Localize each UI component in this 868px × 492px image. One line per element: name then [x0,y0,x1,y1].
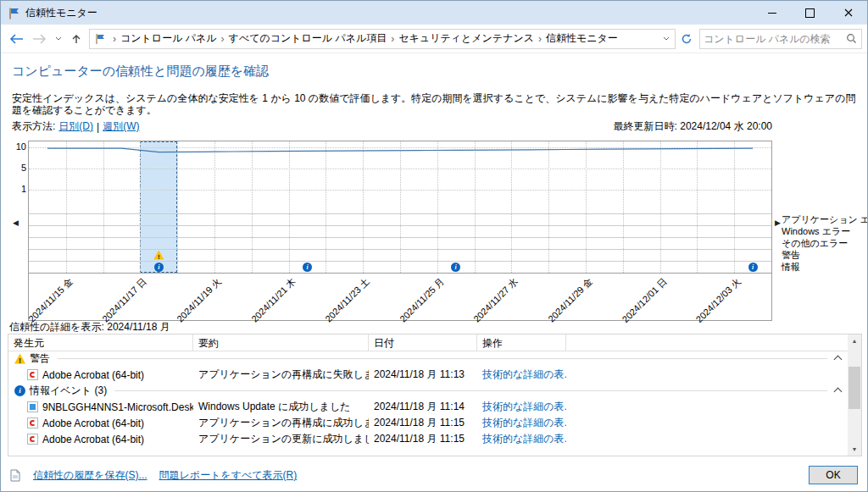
breadcrumb-item[interactable]: セキュリティとメンテナンス [398,31,534,46]
technical-details-link[interactable]: 技術的な詳細の表... [482,433,566,445]
warning-icon: ! [14,354,25,364]
event-group-row[interactable]: i情報イベント (3) [8,383,848,399]
breadcrumb-chevron-icon[interactable]: › [391,33,394,45]
reliability-monitor-window: 信頼性モニター ›コントロール パネル›すべてのコントロール パネル項目›セキュ… [0,0,868,492]
event-source: 9NBLGGH4NNS1-Microsoft.Deskt... [42,401,193,413]
y-tick: 10 [8,141,26,152]
technical-details-link[interactable]: 技術的な詳細の表... [482,417,566,428]
date-label: 2024/11/27 水 [466,275,520,329]
breadcrumb-chevron-icon[interactable]: › [538,33,542,45]
scrollbar-up-arrow[interactable]: ▲ [848,334,861,347]
recent-pages-dropdown[interactable] [53,28,64,50]
app-icon [27,417,38,428]
breadcrumb: ›コントロール パネル›すべてのコントロール パネル項目›セキュリティとメンテナ… [108,31,659,46]
address-flag-icon [95,33,105,45]
legend-label: アプリケーション エラー [782,213,868,225]
save-history-link[interactable]: 信頼性の履歴を保存(S)... [33,468,147,483]
back-arrow-icon [8,33,25,45]
grid-line [29,225,771,226]
refresh-button[interactable] [677,29,696,49]
group-divider [58,358,827,359]
vertical-scrollbar[interactable]: ▲ ▼ [848,334,861,456]
breadcrumb-item[interactable]: コントロール パネル [120,31,217,46]
event-date: 2024/11/18 月 11:15 [369,432,477,446]
details-table: 発生元要約日付操作 !警告Adobe Acrobat (64-bit)アプリケー… [8,334,862,456]
view-weekly-link[interactable]: 週別(W) [103,119,139,134]
close-button[interactable] [829,1,867,25]
search-icon[interactable] [846,33,857,44]
scroll-right-arrow[interactable]: ▶ [775,218,781,227]
details-table-header: 発生元要約日付操作 [8,334,848,351]
up-button[interactable] [65,28,87,50]
chevron-down-icon [663,36,670,41]
scroll-left-arrow[interactable]: ◀ [13,218,19,227]
forward-button[interactable] [29,28,51,50]
y-tick: 1 [8,184,26,194]
ok-button[interactable]: OK [809,466,858,484]
scrollbar-thumb[interactable] [849,367,860,409]
event-row[interactable]: Adobe Acrobat (64-bit)アプリケーションの再構成に成功しまし… [8,415,848,431]
column-header[interactable]: 操作 [477,334,566,351]
view-daily-link[interactable]: 日別(D) [58,119,93,134]
collapse-chevron-icon[interactable] [834,356,843,364]
breadcrumb-item[interactable]: 信頼性モニター [546,31,618,46]
grid-line [29,213,771,214]
event-date: 2024/11/18 月 11:14 [369,400,477,414]
info-event-icon[interactable]: i [451,263,460,272]
window-title: 信頼性モニター [25,6,97,20]
event-summary: Windows Update に成功しました [193,400,369,414]
maximize-button[interactable] [791,1,829,25]
event-source: Adobe Acrobat (64-bit) [42,434,144,445]
view-options-row: 表示方法: 日別(D) | 週別(W) 最終更新日時: 2024/12/04 水… [12,119,772,134]
info-event-icon[interactable]: i [748,263,758,272]
grid-line [29,249,771,250]
search-input[interactable] [700,33,846,45]
info-event-icon[interactable]: i [154,263,164,272]
group-label: 情報イベント (3) [30,384,107,398]
collapse-chevron-icon[interactable] [834,388,843,396]
back-button[interactable] [5,28,27,50]
event-date: 2024/11/18 月 11:15 [369,416,477,430]
breadcrumb-chevron-icon[interactable]: › [113,33,116,45]
minimize-button[interactable] [753,1,791,25]
scrollbar-down-arrow[interactable]: ▼ [848,443,861,456]
forward-arrow-icon [31,33,48,45]
maximize-icon [805,8,815,18]
date-label: 2024/11/29 金 [541,275,595,329]
navigation-bar: ›コントロール パネル›すべてのコントロール パネル項目›セキュリティとメンテナ… [1,25,867,53]
breadcrumb-item[interactable]: すべてのコントロール パネル項目 [229,31,387,46]
column-header[interactable]: 発生元 [8,334,193,351]
event-row[interactable]: Adobe Acrobat (64-bit)アプリケーションの更新に成功しました… [8,431,848,447]
breadcrumb-chevron-icon[interactable]: › [221,33,225,45]
technical-details-link[interactable]: 技術的な詳細の表... [482,368,566,380]
view-mode-label: 表示方法: [12,119,55,134]
event-row[interactable]: 9NBLGGH4NNS1-Microsoft.Deskt...Windows U… [8,399,848,415]
event-summary: アプリケーションの更新に成功しました [193,432,369,446]
warning-event-icon[interactable]: ! [153,251,164,260]
up-arrow-icon [70,33,82,45]
page-title: コンピューターの信頼性と問題の履歴を確認 [12,64,269,80]
y-axis-ticks: 10 5 1 [8,141,26,200]
legend-label: Windows エラー [782,225,868,237]
column-header-filler [566,334,848,351]
minimize-icon [768,13,776,14]
footer-links: 信頼性の履歴を保存(S)... 問題レポートをすべて表示(R) [9,468,297,483]
address-dropdown-button[interactable] [659,30,673,48]
view-all-reports-link[interactable]: 問題レポートをすべて表示(R) [159,468,298,483]
event-source: Adobe Acrobat (64-bit) [42,417,144,429]
event-row[interactable]: Adobe Acrobat (64-bit)アプリケーションの再構成に失敗しまし… [8,367,848,383]
column-header[interactable]: 日付 [369,334,477,351]
address-bar[interactable]: ›コントロール パネル›すべてのコントロール パネル項目›セキュリティとメンテナ… [89,29,676,49]
reliability-chart[interactable]: !iiii2024/11/15 金2024/11/17 日2024/11/19 … [28,141,772,321]
refresh-icon [681,33,693,45]
info-event-icon[interactable]: i [303,263,312,272]
date-label: 2024/11/23 土 [318,275,372,329]
chart-axis-line [29,273,771,274]
event-group-row[interactable]: !警告 [8,351,848,367]
technical-details-link[interactable]: 技術的な詳細の表... [482,401,566,412]
view-separator: | [97,121,99,133]
app-icon [27,401,38,412]
column-header[interactable]: 要約 [193,334,369,351]
event-source: Adobe Acrobat (64-bit) [42,369,144,381]
event-summary: アプリケーションの再構成に成功しました [193,416,369,430]
